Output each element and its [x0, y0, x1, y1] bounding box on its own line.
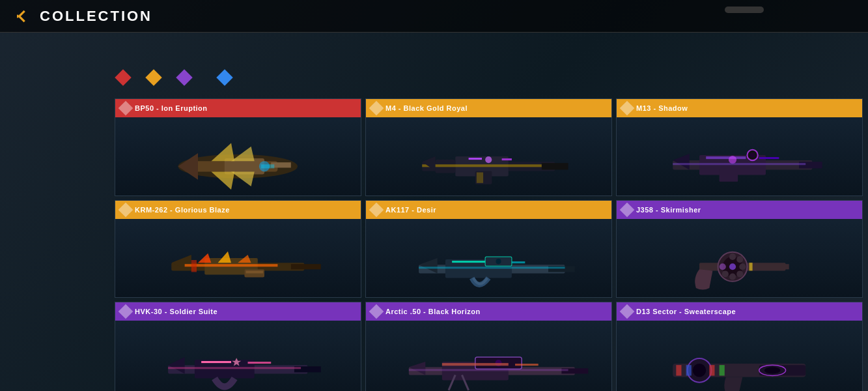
weapon-header-hvk30: HVK-30 - Soldier Suite: [115, 302, 361, 321]
svg-rect-45: [291, 264, 321, 269]
svg-rect-52: [191, 260, 197, 272]
rarity-orange-icon-small4: [369, 203, 384, 218]
svg-marker-14: [212, 143, 235, 162]
krm262-svg: [133, 225, 342, 291]
svg-rect-81: [168, 367, 301, 369]
bp50-svg: [133, 123, 342, 190]
svg-marker-12: [178, 153, 199, 180]
svg-rect-73: [749, 263, 753, 270]
svg-rect-39: [673, 163, 806, 165]
weapon-image-bp50: [115, 117, 361, 195]
svg-point-66: [736, 256, 743, 263]
d13sector-svg: [635, 326, 843, 391]
svg-point-71: [720, 263, 726, 270]
svg-point-61: [496, 259, 501, 264]
rarity-orange-icon-small3: [119, 203, 133, 218]
svg-point-70: [722, 270, 729, 277]
weapon-header-bp50: BP50 - Ion Eruption: [115, 99, 361, 117]
weapon-card-bp50[interactable]: BP50 - Ion Eruption: [115, 98, 361, 196]
svg-rect-26: [469, 158, 482, 160]
weapon-image-ak117: [366, 219, 611, 297]
weapon-header-d13sector: D13 Sector - Sweaterscape: [617, 302, 862, 321]
svg-rect-57: [452, 261, 485, 263]
rarity-red-icon-small: [119, 101, 133, 116]
svg-rect-23: [542, 163, 568, 169]
svg-rect-101: [720, 365, 725, 375]
svg-rect-1: [17, 14, 18, 18]
weapon-card-krm262[interactable]: KRM-262 - Glorious Blaze: [115, 200, 361, 298]
weapon-card-j358[interactable]: J358 - Skirmisher: [616, 200, 863, 298]
weapon-card-m4[interactable]: M4 - Black Gold Royal: [365, 98, 612, 196]
weapon-card-d13sector[interactable]: D13 Sector - Sweaterscape: [616, 302, 863, 391]
ak117-svg: [384, 225, 593, 291]
weapon-header-m4: M4 - Black Gold Royal: [366, 99, 611, 117]
svg-rect-98: [677, 365, 682, 375]
rarity-orange-icon-small2: [620, 101, 635, 116]
rarity-purple-icon-small4: [620, 304, 635, 319]
svg-rect-59: [419, 267, 565, 268]
weapon-image-m4: [366, 117, 611, 195]
weapon-image-arctic50: [366, 321, 611, 391]
svg-rect-36: [707, 156, 746, 159]
svg-rect-28: [502, 158, 512, 160]
svg-point-69: [729, 273, 736, 280]
j358-svg: [635, 225, 843, 291]
weapon-header-krm262: KRM-262 - Glorious Blaze: [115, 201, 361, 219]
svg-marker-15: [212, 171, 235, 190]
svg-point-68: [736, 270, 743, 277]
weapon-image-hvk30: [115, 321, 361, 391]
back-button[interactable]: [10, 5, 33, 28]
weapon-card-hvk30[interactable]: HVK-30 - Soldier Suite: [115, 302, 361, 391]
svg-point-96: [693, 364, 706, 377]
rarity-orange-icon-small: [369, 101, 384, 116]
svg-rect-92: [409, 369, 568, 371]
svg-rect-91: [442, 363, 509, 366]
svg-point-67: [740, 263, 746, 270]
weapon-header-m13: M13 - Shadow: [617, 99, 862, 117]
svg-point-74: [729, 263, 736, 270]
m4-svg: [384, 123, 593, 190]
rarity-purple-icon-small: [620, 203, 635, 218]
weapon-image-d13sector: [617, 321, 862, 391]
svg-marker-0: [18, 10, 25, 22]
svg-rect-50: [245, 269, 265, 277]
weapons-grid: BP50 - Ion Eruption: [109, 93, 868, 391]
svg-rect-46: [185, 264, 278, 267]
rarity-purple-icon-small3: [369, 304, 384, 319]
svg-point-27: [485, 156, 492, 163]
arctic50-svg: [384, 326, 593, 391]
svg-rect-35: [720, 169, 738, 181]
svg-rect-19: [261, 164, 274, 168]
weapon-image-krm262: [115, 219, 361, 297]
weapon-image-j358: [617, 219, 862, 297]
svg-point-65: [729, 253, 736, 260]
rarity-purple-icon-small2: [119, 304, 133, 319]
svg-rect-99: [686, 365, 692, 375]
weapon-image-m13: [617, 117, 862, 195]
back-icon: [12, 7, 31, 25]
weapon-card-m13[interactable]: M13 - Shadow: [616, 98, 863, 196]
svg-rect-93: [515, 364, 539, 366]
svg-rect-72: [753, 264, 789, 269]
header: COLLECTION: [0, 0, 868, 33]
svg-marker-16: [231, 147, 255, 161]
weapon-card-ak117[interactable]: AK117 - Desir: [365, 200, 612, 298]
svg-rect-51: [246, 270, 264, 273]
svg-rect-30: [477, 172, 483, 182]
page-title: COLLECTION: [40, 8, 152, 25]
svg-point-103: [764, 367, 780, 373]
m13-svg: [635, 123, 843, 190]
svg-marker-47: [198, 253, 211, 263]
header-pill: [725, 7, 764, 13]
svg-rect-100: [710, 365, 715, 375]
svg-point-41: [750, 152, 755, 158]
svg-rect-38: [759, 157, 779, 159]
weapon-card-arctic50[interactable]: Arctic .50 - Black Horizon: [365, 302, 612, 391]
weapon-header-j358: J358 - Skirmisher: [617, 201, 862, 219]
weapon-header-ak117: AK117 - Desir: [366, 201, 611, 219]
svg-marker-48: [218, 252, 231, 263]
svg-marker-17: [231, 171, 255, 186]
hvk30-svg: [133, 326, 342, 391]
svg-rect-80: [248, 362, 272, 364]
weapon-header-arctic50: Arctic .50 - Black Horizon: [366, 302, 611, 321]
